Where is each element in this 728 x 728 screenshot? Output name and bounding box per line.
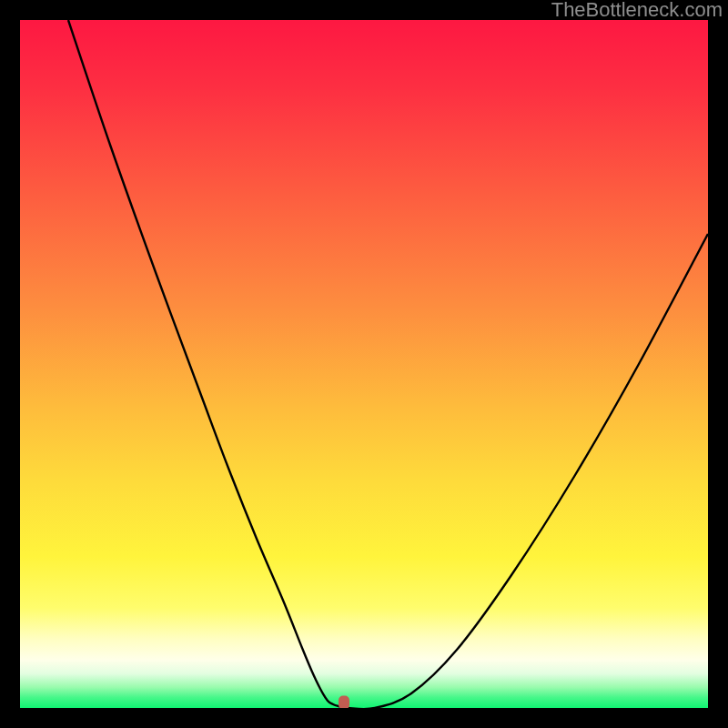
watermark-text: TheBottleneck.com	[551, 0, 723, 20]
bottleneck-curve	[68, 20, 708, 708]
chart-frame: TheBottleneck.com	[0, 0, 728, 728]
curve-svg	[20, 20, 708, 708]
marker-dot	[339, 696, 349, 709]
plot-area	[20, 20, 708, 708]
